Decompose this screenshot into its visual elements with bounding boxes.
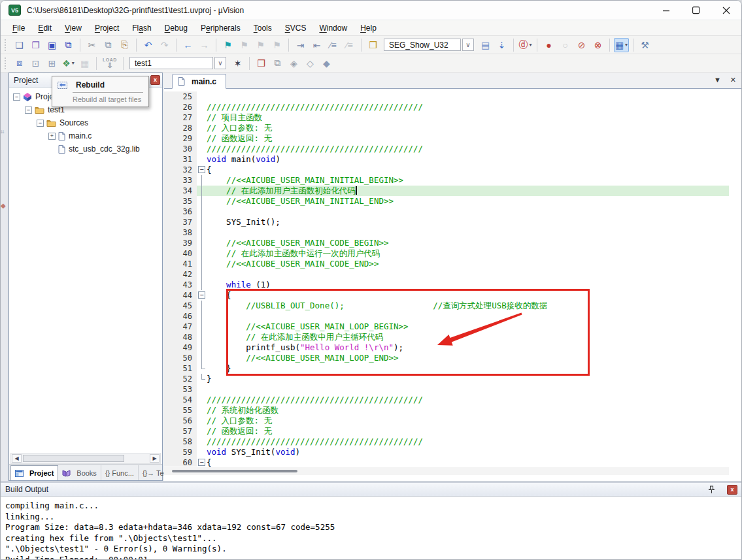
- disable-all-breakpoints-icon[interactable]: ⊘: [574, 38, 589, 52]
- search-text-combo[interactable]: SEG_Show_U32: [384, 39, 461, 51]
- code-line[interactable]: 32−{: [164, 165, 729, 175]
- open-folder-icon[interactable]: ❐: [28, 38, 43, 52]
- minimize-button[interactable]: [651, 1, 681, 20]
- menu-file[interactable]: File: [6, 22, 31, 35]
- code-line[interactable]: 41 //<<AICUBE_USER_MAIN_CODE_END>>: [164, 259, 729, 269]
- uncomment-icon[interactable]: ∕≡: [342, 38, 357, 52]
- pin-icon[interactable]: [708, 486, 715, 496]
- target-combo[interactable]: test1: [129, 57, 213, 69]
- line-number[interactable]: 52: [164, 374, 197, 384]
- fold-marker[interactable]: [197, 196, 207, 206]
- code-line[interactable]: 30//////////////////////////////////////…: [164, 144, 729, 154]
- code-line[interactable]: 60−{: [164, 457, 729, 467]
- file-extensions-icon[interactable]: ◇: [303, 56, 318, 71]
- code-line[interactable]: 40 // 在此添加主函数中运行一次的用户代码: [164, 248, 729, 259]
- build-output-close-icon[interactable]: x: [727, 485, 737, 495]
- code-line[interactable]: 26//////////////////////////////////////…: [164, 102, 729, 112]
- fold-marker[interactable]: [197, 332, 207, 342]
- line-number[interactable]: 45: [164, 301, 197, 311]
- scrollbar-thumb[interactable]: [23, 455, 124, 462]
- fold-marker[interactable]: −: [197, 290, 207, 301]
- line-number[interactable]: 50: [164, 353, 197, 363]
- tree-item-stc-usb-cdc-32g-lib[interactable]: stc_usb_cdc_32g.lib: [10, 142, 161, 156]
- collapse-icon[interactable]: −: [198, 166, 205, 173]
- line-number[interactable]: 43: [164, 280, 197, 290]
- tab-project[interactable]: Project: [10, 465, 58, 480]
- docked-panel-strip[interactable]: ⌗ ◆: [1, 73, 8, 481]
- search-combo-dropdown-icon[interactable]: ∨: [462, 39, 474, 51]
- kill-all-breakpoints-icon[interactable]: ⊗: [590, 38, 605, 52]
- code-line[interactable]: 55// 系统初始化函数: [164, 405, 729, 416]
- fold-marker[interactable]: [197, 227, 207, 238]
- target-combo-dropdown-icon[interactable]: ∨: [214, 57, 226, 69]
- line-number[interactable]: 26: [164, 102, 197, 112]
- line-number[interactable]: 36: [164, 206, 197, 217]
- comment-icon[interactable]: ∕≡: [326, 38, 341, 52]
- fold-marker[interactable]: [197, 342, 207, 353]
- line-number[interactable]: 31: [164, 154, 197, 165]
- collapse-icon[interactable]: −: [198, 291, 205, 299]
- scroll-right-icon[interactable]: ▶: [150, 454, 160, 463]
- fold-marker[interactable]: [197, 269, 207, 280]
- cut-icon[interactable]: ✂: [84, 38, 99, 52]
- code-line[interactable]: 29// 函数返回: 无: [164, 133, 729, 144]
- minus-expander-icon[interactable]: −: [25, 107, 32, 114]
- menu-tools[interactable]: Tools: [247, 22, 278, 35]
- maximize-button[interactable]: [681, 1, 711, 20]
- fold-marker[interactable]: [197, 175, 207, 186]
- find-in-files-icon[interactable]: ❒: [365, 38, 380, 52]
- line-number[interactable]: 27: [164, 112, 197, 123]
- fold-marker[interactable]: [197, 363, 207, 374]
- fold-marker[interactable]: [197, 374, 207, 384]
- line-number[interactable]: 54: [164, 395, 197, 405]
- close-button[interactable]: [711, 1, 741, 20]
- fold-marker[interactable]: [197, 353, 207, 363]
- scroll-left-icon[interactable]: ◀: [12, 454, 22, 463]
- fold-marker[interactable]: [197, 301, 207, 311]
- tab-main-c[interactable]: main.c: [172, 74, 226, 89]
- line-number[interactable]: 58: [164, 436, 197, 447]
- scrollbar-thumb[interactable]: [172, 470, 297, 472]
- manage-layers-icon[interactable]: ◈: [286, 56, 301, 71]
- stop-build-icon[interactable]: ▦: [77, 56, 92, 71]
- back-icon[interactable]: ←: [180, 38, 195, 52]
- manage-books-icon[interactable]: ⧉: [270, 56, 285, 71]
- configure-wrench-icon[interactable]: ⚒: [637, 38, 652, 52]
- rebuild-icon[interactable]: ⊞: [44, 56, 59, 71]
- toolbar-drag-handle[interactable]: [5, 39, 7, 51]
- line-number[interactable]: 34: [164, 186, 197, 196]
- code-line[interactable]: 56// 入口参数: 无: [164, 416, 729, 426]
- code-line[interactable]: 54//////////////////////////////////////…: [164, 395, 729, 405]
- line-number[interactable]: 47: [164, 321, 197, 332]
- editor-tabs-dropdown-icon[interactable]: ▼: [714, 76, 721, 84]
- project-panel-close-icon[interactable]: x: [150, 75, 160, 85]
- tree-item-main-c[interactable]: +main.c: [10, 129, 161, 142]
- line-number[interactable]: 56: [164, 416, 197, 426]
- clear-bookmarks-icon[interactable]: ⚑: [269, 38, 284, 52]
- code-line[interactable]: 37 SYS_Init();: [164, 217, 729, 227]
- menu-flash[interactable]: Flash: [126, 22, 158, 35]
- undo-icon[interactable]: ↶: [141, 38, 156, 52]
- redo-icon[interactable]: ↷: [157, 38, 172, 52]
- code-line[interactable]: 36: [164, 206, 729, 217]
- code-line[interactable]: 38: [164, 227, 729, 238]
- line-number[interactable]: 48: [164, 332, 197, 342]
- find-icon[interactable]: ⓓ▾: [518, 38, 533, 52]
- line-number[interactable]: 29: [164, 133, 197, 144]
- fold-marker[interactable]: [197, 248, 207, 259]
- target-options-icon[interactable]: ✶: [230, 56, 245, 71]
- menu-debug[interactable]: Debug: [158, 22, 194, 35]
- code-line[interactable]: 27// 项目主函数: [164, 112, 729, 123]
- fold-marker[interactable]: [197, 217, 207, 227]
- translate-icon[interactable]: ⧈: [12, 56, 27, 71]
- insert-bookmark-icon[interactable]: ⚑: [220, 38, 235, 52]
- tree-item-sources[interactable]: −Sources: [10, 116, 161, 129]
- line-number[interactable]: 38: [164, 227, 197, 238]
- code-line[interactable]: 57// 函数返回: 无: [164, 426, 729, 436]
- fold-marker[interactable]: [197, 311, 207, 321]
- tab-functions[interactable]: {} Func...: [101, 465, 139, 480]
- project-horizontal-scrollbar[interactable]: ◀ ▶: [10, 453, 161, 464]
- toggle-breakpoint-icon[interactable]: ●: [541, 38, 556, 52]
- line-number[interactable]: 28: [164, 123, 197, 133]
- save-all-icon[interactable]: ⧉: [61, 38, 76, 52]
